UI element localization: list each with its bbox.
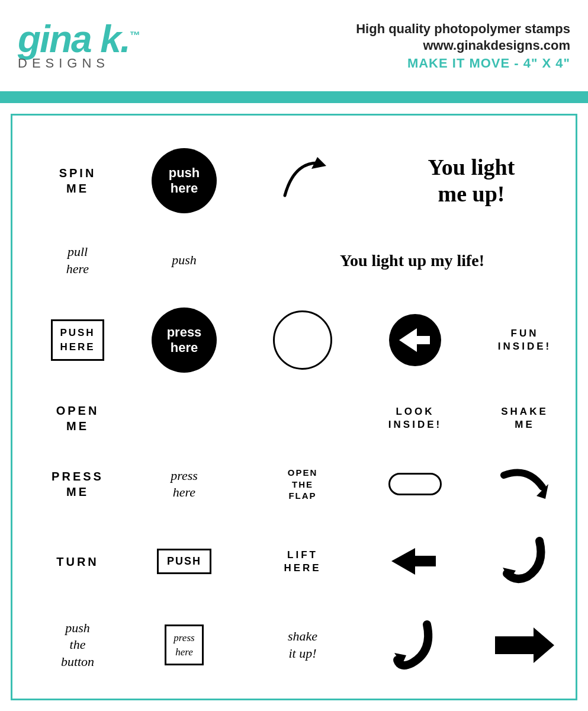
push-the-button-text: pushthebutton: [61, 620, 94, 671]
pull-here-stamp: pullhere: [30, 240, 125, 281]
curved-arrow-right-icon: [498, 463, 551, 505]
header-tagline: High quality photopolymer stamps: [184, 20, 570, 39]
press-here-label: presshere: [167, 325, 202, 356]
look-inside-text: LOOKINSIDE!: [388, 405, 442, 431]
press-here-box-stamp: presshere: [125, 621, 243, 670]
logo-area: gina k.™ DESIGNS: [18, 20, 184, 71]
curved-arrow-stamp: [243, 148, 362, 214]
svg-marker-5: [391, 548, 415, 575]
right-arrow-icon: [495, 627, 554, 663]
svg-marker-9: [495, 627, 554, 663]
shake-it-up-text: shakeit up!: [288, 628, 317, 662]
pull-here-text: pullhere: [66, 244, 89, 277]
you-light-me-up-stamp: You lightme up!: [362, 150, 581, 212]
look-inside-stamp: LOOKINSIDE!: [362, 402, 468, 435]
outline-pill-stamp: [362, 469, 468, 499]
press-here-circle: presshere: [152, 308, 217, 373]
open-me-stamp: OPENME: [30, 399, 125, 437]
turn-text: TURN: [56, 554, 99, 569]
teal-divider: [0, 95, 588, 103]
curl-arrow-bottom-stamp: [362, 615, 468, 675]
lift-here-text: LIFTHERE: [284, 549, 321, 575]
logo-gina: gina k.™: [18, 20, 184, 58]
push-here-circle-stamp: pushhere: [125, 145, 243, 217]
page: gina k.™ DESIGNS High quality photopolym…: [0, 0, 588, 711]
you-light-up-my-life-stamp: You light up my life!: [243, 247, 581, 274]
curl-arrow-stamp: [468, 531, 581, 592]
curved-arrow-right-stamp: [468, 460, 581, 508]
push-label-text: push: [172, 252, 197, 269]
outline-circle-shape: [273, 310, 332, 370]
left-arrow-icon: [391, 545, 439, 578]
header-right: High quality photopolymer stamps www.gin…: [184, 20, 570, 72]
push-the-button-stamp: pushthebutton: [30, 616, 125, 674]
fun-inside-stamp: FUNINSIDE!: [468, 324, 581, 357]
open-me-text: OPENME: [56, 403, 99, 434]
right-arrow-stamp: [468, 624, 581, 667]
lift-here-stamp: LIFTHERE: [243, 545, 362, 578]
left-arrow-stamp: [362, 542, 468, 581]
push-label-stamp: push: [125, 248, 243, 273]
back-arrow-circle-stamp: [362, 310, 468, 370]
press-me-stamp: PRESSME: [30, 465, 125, 503]
push-box-text: PUSH: [157, 549, 211, 574]
open-the-flap-stamp: OPENTHEFLAP: [243, 463, 362, 505]
header: gina k.™ DESIGNS High quality photopolym…: [0, 0, 588, 95]
outline-pill-shape: [388, 473, 442, 495]
logo-designs: DESIGNS: [18, 56, 184, 71]
logo-text: gina k.: [18, 18, 130, 60]
press-here-text-stamp: presshere: [125, 464, 243, 505]
you-light-me-up-text: You lightme up!: [428, 154, 515, 208]
svg-rect-3: [413, 336, 430, 344]
spin-me-text: SPINME: [59, 165, 97, 196]
back-arrow-circle-icon: [388, 313, 442, 367]
press-here-box-text: presshere: [165, 624, 203, 666]
shake-me-text: SHAKEME: [501, 405, 548, 431]
shake-it-up-stamp: shakeit up!: [243, 624, 362, 665]
fun-inside-text: FUNINSIDE!: [498, 327, 551, 353]
push-here-label: pushhere: [169, 165, 200, 197]
turn-stamp: TURN: [30, 550, 125, 573]
outline-circle-stamp: [243, 307, 362, 373]
stamps-grid: SPINME pushhere You lightme up! pullhere: [11, 114, 577, 700]
spin-me-stamp: SPINME: [30, 162, 125, 200]
push-here-circle: pushhere: [152, 148, 217, 213]
you-light-up-my-life-text: You light up my life!: [340, 251, 484, 271]
press-here-text-label: presshere: [171, 467, 198, 501]
press-here-circle-stamp: presshere: [125, 304, 243, 376]
header-url: www.ginakdesigns.com: [184, 38, 570, 53]
svg-rect-6: [412, 556, 436, 566]
curl-arrow-bottom-icon: [391, 619, 439, 672]
push-here-box-stamp: PUSHHERE: [30, 316, 125, 364]
press-me-text: PRESSME: [52, 469, 104, 499]
shake-me-stamp: SHAKEME: [468, 402, 581, 435]
curl-arrow-icon: [498, 535, 551, 588]
trademark: ™: [130, 30, 139, 41]
header-product: MAKE IT MOVE - 4" X 4": [184, 56, 570, 71]
push-here-box-text: PUSHHERE: [51, 319, 104, 361]
push-box-stamp: PUSH: [125, 545, 243, 578]
open-the-flap-text: OPENTHEFLAP: [288, 467, 318, 502]
curved-arrow-icon: [273, 151, 332, 210]
